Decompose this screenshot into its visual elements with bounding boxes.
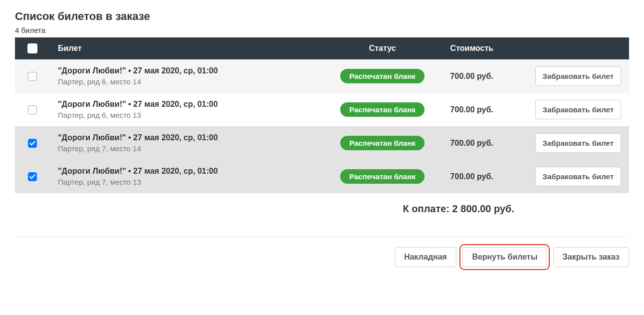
section-title: Список билетов в заказе bbox=[15, 10, 629, 23]
divider bbox=[15, 237, 629, 237]
column-price: Стоимость bbox=[442, 37, 527, 59]
reject-ticket-button[interactable]: Забраковать билет bbox=[535, 100, 621, 119]
table-row: "Дороги Любви!" • 27 мая 2020, ср, 01:00… bbox=[15, 126, 629, 160]
close-order-button[interactable]: Закрыть заказ bbox=[553, 247, 629, 267]
row-checkbox[interactable] bbox=[28, 172, 37, 181]
ticket-seat: Партер, ряд 6, место 14 bbox=[58, 77, 315, 86]
footer-actions: Накладная Вернуть билеты Закрыть заказ bbox=[15, 247, 629, 267]
row-checkbox[interactable] bbox=[28, 105, 37, 114]
ticket-price: 700.00 руб. bbox=[450, 172, 493, 181]
column-status: Статус bbox=[323, 37, 442, 59]
total-label: К оплате: 2 800.00 руб. bbox=[15, 193, 629, 225]
ticket-price: 700.00 руб. bbox=[450, 72, 493, 80]
table-row: "Дороги Любви!" • 27 мая 2020, ср, 01:00… bbox=[15, 93, 629, 126]
ticket-title: "Дороги Любви!" • 27 мая 2020, ср, 01:00 bbox=[58, 100, 315, 109]
ticket-seat: Партер, ряд 6, место 13 bbox=[58, 111, 315, 119]
ticket-seat: Партер, ряд 7, место 14 bbox=[58, 144, 315, 153]
invoice-button[interactable]: Накладная bbox=[395, 247, 456, 267]
ticket-title: "Дороги Любви!" • 27 мая 2020, ср, 01:00 bbox=[58, 66, 315, 75]
ticket-title: "Дороги Любви!" • 27 мая 2020, ср, 01:00 bbox=[58, 133, 315, 142]
ticket-price: 700.00 руб. bbox=[450, 139, 493, 147]
column-ticket: Билет bbox=[50, 37, 323, 59]
reject-ticket-button[interactable]: Забраковать билет bbox=[535, 133, 621, 153]
tickets-table: Билет Статус Стоимость "Дороги Любви!" •… bbox=[15, 37, 629, 193]
reject-ticket-button[interactable]: Забраковать билет bbox=[535, 167, 621, 186]
row-checkbox[interactable] bbox=[28, 139, 37, 148]
ticket-seat: Партер, ряд 7, место 13 bbox=[58, 178, 315, 186]
return-tickets-button[interactable]: Вернуть билеты bbox=[462, 247, 547, 267]
ticket-count: 4 билета bbox=[15, 26, 629, 34]
row-checkbox[interactable] bbox=[28, 72, 37, 81]
select-all-checkbox[interactable] bbox=[27, 43, 37, 53]
ticket-title: "Дороги Любви!" • 27 мая 2020, ср, 01:00 bbox=[58, 167, 315, 176]
status-badge: Распечатан бланк bbox=[340, 102, 425, 117]
ticket-price: 700.00 руб. bbox=[450, 105, 493, 114]
status-badge: Распечатан бланк bbox=[340, 69, 425, 83]
table-row: "Дороги Любви!" • 27 мая 2020, ср, 01:00… bbox=[15, 59, 629, 93]
status-badge: Распечатан бланк bbox=[340, 136, 425, 150]
table-row: "Дороги Любви!" • 27 мая 2020, ср, 01:00… bbox=[15, 160, 629, 193]
status-badge: Распечатан бланк bbox=[340, 169, 425, 184]
reject-ticket-button[interactable]: Забраковать билет bbox=[535, 66, 621, 86]
